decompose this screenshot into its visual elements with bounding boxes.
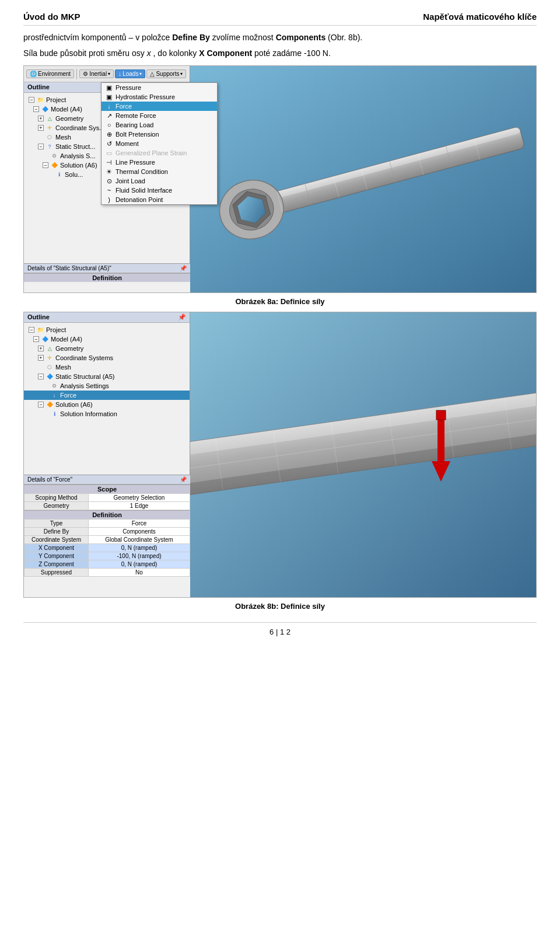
inertial-label: Inertial	[89, 71, 107, 77]
toolbar-supports[interactable]: △ Supports ▾	[146, 69, 186, 78]
expand-project[interactable]: −	[29, 97, 34, 103]
tree-8b-force[interactable]: + ↓ Force	[24, 391, 190, 400]
def-row-define-by: Define By Components	[24, 528, 190, 536]
def-type-val: Force	[89, 520, 190, 528]
menu-moment[interactable]: ↺ Moment	[102, 139, 217, 148]
def-row-suppressed: Suppressed No	[24, 569, 190, 577]
def-z-key: Z Component	[24, 560, 89, 569]
def-suppressed-key: Suppressed	[24, 569, 89, 577]
static-label: Static Struct...	[55, 143, 95, 150]
outline-title-8b: Outline	[27, 313, 50, 321]
menu-bolt[interactable]: ⊕ Bolt Pretension	[102, 130, 217, 139]
8b-project-label: Project	[46, 326, 66, 333]
8b-static-label: Static Structural (A5)	[55, 373, 114, 380]
environment-icon: 🌐	[30, 71, 37, 77]
header-right: Napěťová maticového klíče	[423, 12, 537, 22]
figure-8a-container: 🌐 Environment ⚙ Inertial ▾ ↓ Loads ▾	[23, 65, 537, 306]
expand-geom[interactable]: +	[38, 116, 44, 121]
expand-coord[interactable]: +	[38, 125, 44, 131]
toolbar-inertial[interactable]: ⚙ Inertial ▾	[79, 69, 114, 78]
menu-line-pressure[interactable]: ⊣ Line Pressure	[102, 158, 217, 167]
viewport-8a	[190, 66, 536, 292]
def-y-key: Y Component	[24, 552, 89, 560]
environment-label: Environment	[38, 71, 71, 77]
toolbar-environment[interactable]: 🌐 Environment	[26, 69, 74, 78]
coord-label: Coordinate Sys...	[55, 124, 104, 131]
expand-8b-geom[interactable]: +	[38, 346, 44, 351]
figure-8a-label: Obrázek 8a: Definice síly	[23, 297, 537, 306]
toolbar-8a: 🌐 Environment ⚙ Inertial ▾ ↓ Loads ▾	[24, 66, 190, 82]
menu-joint[interactable]: ⊙ Joint Load	[102, 176, 217, 186]
intro-x: x	[147, 48, 151, 58]
loads-arrow: ▾	[139, 71, 142, 76]
menu-hydrostatic[interactable]: ▣ Hydrostatic Pressure	[102, 92, 217, 102]
toolbar-loads[interactable]: ↓ Loads ▾	[115, 69, 145, 78]
intro-text3: (Obr. 8b).	[328, 33, 362, 42]
menu-thermal[interactable]: ☀ Thermal Condition	[102, 167, 217, 176]
bolt-label: Bolt Pretension	[116, 131, 159, 138]
expand-8b-model[interactable]: −	[33, 336, 39, 342]
tree-8b-project[interactable]: − 📁 Project	[24, 325, 190, 334]
intro-text4a: Síla bude působit proti směru osy	[23, 48, 147, 58]
plane-strain-icon: ▭	[105, 149, 113, 157]
def-row-y: Y Component -100, N (ramped)	[24, 552, 190, 560]
intro-text1: prostřednictvím komponentů – v položce	[23, 33, 172, 42]
def-row-z: Z Component 0, N (ramped)	[24, 560, 190, 569]
tree-8b-static[interactable]: − 🔷 Static Structural (A5)	[24, 372, 190, 381]
geom-label: Geometry	[55, 115, 83, 122]
def-row-x: X Component 0, N (ramped)	[24, 544, 190, 552]
svg-rect-28	[436, 410, 446, 420]
tree-8b-model[interactable]: − 🔷 Model (A4)	[24, 334, 190, 344]
solu-icon: ℹ	[55, 170, 63, 179]
def-define-by-val: Components	[89, 528, 190, 536]
expand-8b-coord[interactable]: +	[38, 355, 44, 361]
menu-bearing[interactable]: ○ Bearing Load	[102, 120, 217, 130]
expand-static[interactable]: −	[38, 144, 44, 149]
intro-text4c: poté zadáme -100 N.	[254, 48, 331, 58]
8b-model-icon: 🔷	[41, 335, 49, 343]
outline-title-8a: Outline	[27, 83, 50, 91]
tree-8b-geom[interactable]: + △ Geometry	[24, 344, 190, 353]
expand-8b-project[interactable]: −	[29, 327, 34, 333]
menu-pressure[interactable]: ▣ Pressure	[102, 83, 217, 92]
expand-solution-8a[interactable]: −	[43, 162, 48, 168]
details-header-8a: Details of "Static Structural (A5)" 📌	[24, 264, 190, 273]
header-left: Úvod do MKP	[23, 12, 80, 22]
def-define-by-key: Define By	[24, 528, 89, 536]
header: Úvod do MKP Napěťová maticového klíče	[23, 12, 537, 26]
def-z-val: 0, N (ramped)	[89, 560, 190, 569]
expand-model[interactable]: −	[33, 106, 39, 112]
8b-geom-label: Geometry	[55, 345, 83, 352]
detonation-icon: )	[105, 196, 113, 204]
page-footer: 6 | 1 2	[23, 622, 537, 636]
loads-dropdown-menu: ▣ Pressure ▣ Hydrostatic Pressure ↓ Forc…	[101, 82, 218, 205]
tree-8b-solution[interactable]: − 🔶 Solution (A6)	[24, 400, 190, 409]
scope-method-val: Geometry Selection	[89, 494, 190, 502]
menu-remote-force[interactable]: ↗ Remote Force	[102, 111, 217, 120]
def-row-coord: Coordinate System Global Coordinate Syst…	[24, 536, 190, 544]
intro-define-by: Define By	[172, 33, 210, 42]
tree-8b-sol-info[interactable]: + ℹ Solution Information	[24, 409, 190, 419]
8b-sol-info-label: Solution Information	[60, 410, 117, 417]
figure-8a-label-strong: Obrázek 8a: Definice síly	[235, 297, 324, 306]
tree-8b-coord[interactable]: + ✛ Coordinate Systems	[24, 353, 190, 363]
viewport-8b-svg	[190, 312, 536, 597]
solu-label: Solu...	[65, 171, 83, 178]
static-icon: ?	[46, 142, 54, 151]
menu-detonation[interactable]: ) Detonation Point	[102, 195, 217, 204]
tree-8b-analysis[interactable]: + ⚙ Analysis Settings	[24, 381, 190, 391]
intro-x-component: X Component	[199, 48, 252, 58]
tree-8b-mesh[interactable]: + ⬡ Mesh	[24, 363, 190, 372]
fluid-label: Fluid Solid Interface	[116, 187, 172, 194]
def-suppressed-val: No	[89, 569, 190, 577]
menu-fluid[interactable]: ~ Fluid Solid Interface	[102, 186, 217, 195]
8b-static-icon: 🔷	[46, 372, 54, 381]
scope-section-8b: Scope	[24, 485, 190, 493]
8b-solution-icon: 🔶	[46, 400, 54, 409]
force-label-menu: Force	[116, 103, 132, 110]
8b-sol-info-icon: ℹ	[50, 410, 58, 418]
bearing-icon: ○	[105, 121, 113, 129]
menu-force[interactable]: ↓ Force	[102, 102, 217, 111]
expand-8b-solution[interactable]: −	[38, 402, 44, 407]
expand-8b-static[interactable]: −	[38, 374, 44, 379]
